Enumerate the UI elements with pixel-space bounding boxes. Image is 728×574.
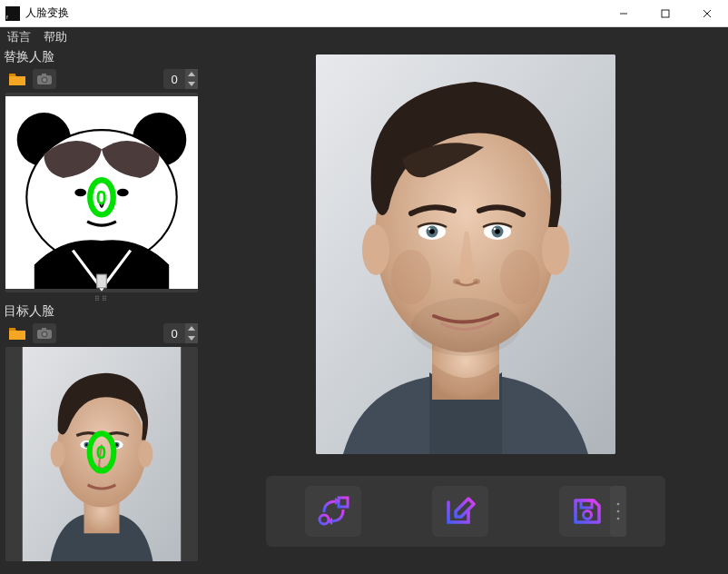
preview-image[interactable] [316, 54, 615, 454]
svg-point-54 [473, 279, 480, 284]
main-area [203, 47, 728, 574]
svg-marker-25 [188, 326, 195, 331]
svg-point-30 [51, 441, 65, 468]
source-index-spinbox[interactable]: 0 [163, 69, 198, 89]
svg-point-44 [542, 224, 569, 275]
menu-help[interactable]: 帮助 [44, 29, 67, 45]
window-title: 人脸变换 [25, 5, 603, 21]
source-index-up[interactable] [185, 69, 198, 79]
titlebar: f 人脸变换 [0, 0, 728, 27]
minimize-button[interactable] [603, 0, 644, 27]
source-camera-button[interactable] [33, 69, 56, 89]
target-index-spinbox[interactable]: 0 [163, 323, 198, 343]
folder-icon [8, 72, 26, 86]
source-panel-label: 替换人脸 [0, 47, 203, 67]
edit-button[interactable] [432, 486, 488, 537]
svg-rect-59 [339, 498, 348, 507]
svg-marker-9 [188, 72, 195, 76]
action-bar [266, 476, 665, 547]
target-index-value: 0 [163, 327, 185, 341]
save-dropdown-button[interactable] [610, 486, 626, 537]
preview-face [316, 54, 615, 454]
svg-point-63 [584, 511, 592, 520]
svg-rect-6 [42, 74, 46, 76]
folder-icon [8, 326, 26, 341]
menu-language[interactable]: 语言 [7, 29, 31, 45]
swap-icon [315, 494, 351, 529]
app-icon: f [5, 6, 20, 21]
svg-point-8 [43, 78, 46, 82]
svg-point-58 [320, 515, 329, 524]
source-index-value: 0 [163, 73, 185, 86]
source-open-folder-button[interactable] [5, 69, 29, 89]
source-toolbar: 0 [0, 67, 203, 93]
drag-handle-icon [614, 493, 623, 529]
svg-point-15 [74, 189, 86, 196]
svg-rect-22 [42, 328, 46, 331]
svg-point-65 [617, 510, 620, 513]
svg-point-24 [43, 332, 46, 336]
close-button[interactable] [686, 0, 728, 27]
svg-rect-62 [581, 500, 592, 508]
svg-point-56 [391, 250, 431, 304]
source-thumbnail[interactable]: 0 [5, 93, 198, 292]
target-open-folder-button[interactable] [5, 323, 29, 343]
save-button[interactable] [559, 486, 615, 537]
svg-point-53 [453, 279, 460, 284]
svg-point-47 [429, 229, 435, 234]
svg-point-48 [428, 228, 431, 231]
camera-icon [36, 73, 53, 85]
target-index-down[interactable] [185, 333, 198, 343]
save-icon [570, 495, 605, 528]
svg-marker-10 [188, 82, 195, 86]
svg-rect-4 [9, 74, 15, 76]
svg-point-51 [495, 229, 500, 234]
svg-point-43 [362, 224, 389, 275]
svg-marker-26 [188, 336, 195, 341]
target-panel-label: 目标人脸 [0, 302, 203, 322]
target-image: 0 [5, 347, 198, 561]
svg-rect-17 [97, 274, 107, 288]
source-index-down[interactable] [185, 79, 198, 89]
camera-icon [36, 327, 53, 340]
menubar: 语言 帮助 [0, 27, 728, 47]
svg-rect-20 [9, 328, 15, 331]
svg-point-31 [138, 441, 152, 468]
svg-point-57 [500, 250, 540, 304]
target-camera-button[interactable] [33, 323, 56, 343]
target-index-up[interactable] [185, 323, 198, 333]
svg-point-66 [617, 518, 620, 520]
svg-text:0: 0 [96, 441, 106, 462]
source-image: 0 [5, 93, 198, 292]
edit-icon [443, 495, 477, 528]
window-controls [603, 0, 728, 27]
maximize-button[interactable] [644, 0, 686, 27]
target-toolbar: 0 [0, 322, 203, 347]
svg-point-55 [411, 298, 520, 356]
svg-point-64 [617, 503, 620, 506]
target-thumbnail[interactable]: 0 [5, 347, 198, 561]
svg-point-16 [117, 189, 129, 196]
svg-rect-1 [662, 10, 669, 17]
sidebar: 替换人脸 0 [0, 47, 203, 574]
swap-button[interactable] [305, 486, 361, 537]
svg-text:0: 0 [96, 187, 107, 208]
svg-point-52 [494, 228, 497, 231]
